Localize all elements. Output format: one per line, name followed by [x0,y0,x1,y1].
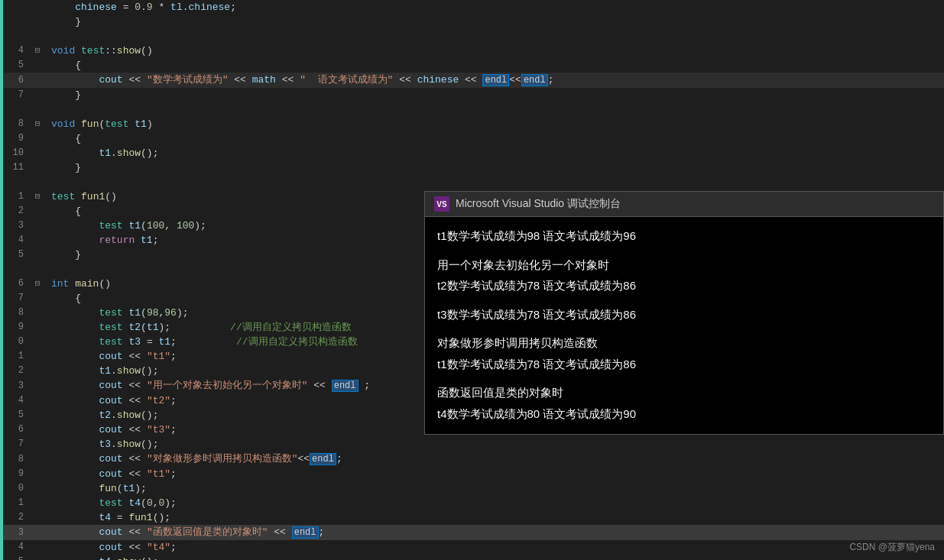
code-content: } [45,160,944,175]
code-content: cout << "t4"; [45,540,944,555]
code-line: 5 t4.show(); [3,555,944,560]
code-content: } [45,88,944,102]
line-number: 11 [3,160,30,175]
line-number: 3 [3,526,30,540]
code-content: t4 = fun1(); [45,510,944,525]
line-number: 3 [3,379,30,393]
code-line: 7 } [3,88,944,102]
line-number: 4 [3,233,30,248]
code-line: } [3,15,944,29]
line-number: 0 [3,335,30,349]
code-line: 0 fun(t1); [3,481,944,496]
code-line: 8 cout << "对象做形参时调用拷贝构造函数"<<endl; [3,452,944,467]
line-number: 2 [3,204,30,218]
console-line [437,375,931,383]
line-number: 2 [3,510,30,525]
code-content: fun(t1); [45,481,944,496]
code-line: 7 t3.show(); [3,437,944,452]
line-number: 0 [3,481,30,496]
line-number: 1 [3,349,30,364]
code-line: 10 t1.show(); [3,146,944,160]
vs-icon-label: VS [436,200,446,209]
line-number: 8 [3,452,30,467]
line-gutter[interactable]: ⊟ [30,189,45,204]
code-content: { [45,58,944,73]
line-number: 8 [3,306,30,320]
line-gutter[interactable]: ⊟ [30,277,45,291]
code-line: 5 { [3,58,944,73]
line-number: 8 [3,117,30,131]
console-line [437,248,931,255]
line-number: 10 [3,146,30,160]
line-number: 5 [3,248,30,262]
vs-icon: VS [434,196,449,212]
line-number: 9 [3,320,30,335]
line-number: 3 [3,218,30,233]
line-number: 1 [3,189,30,204]
console-line [437,325,931,333]
line-number: 9 [3,131,30,146]
code-line: 6 cout << "数学考试成绩为" << math << " 语文考试成绩为… [3,73,944,88]
code-line: 9 { [3,131,944,146]
line-number: 6 [3,277,30,291]
line-number: 6 [3,422,30,437]
code-line [3,29,944,44]
line-number: 4 [3,540,30,555]
code-line: 4 cout << "t4"; [3,540,944,555]
code-line: 4⊟void test::show() [3,44,944,58]
debug-output: t1数学考试成绩为98 语文考试成绩为96用一个对象去初始化另一个对象时t2数学… [425,217,943,434]
line-number: 9 [3,467,30,481]
code-line: 1 test t4(0,0); [3,496,944,510]
line-number: 7 [3,437,30,452]
console-line: 对象做形参时调用拷贝构造函数 [437,333,931,353]
line-gutter[interactable]: ⊟ [30,117,45,131]
code-content: cout << "t1"; [45,467,944,481]
line-number: 5 [3,555,30,560]
code-content: cout << "数学考试成绩为" << math << " 语文考试成绩为" … [45,73,944,88]
code-content: cout << "对象做形参时调用拷贝构造函数"<<endl; [45,452,944,467]
code-content: void fun(test t1) [45,117,944,131]
code-content: } [45,15,944,29]
code-content: t3.show(); [45,437,944,452]
code-content: t1.show(); [45,146,944,160]
console-line: t3数学考试成绩为78 语文考试成绩为86 [437,305,931,325]
code-line: 8⊟void fun(test t1) [3,117,944,131]
code-line: 11 } [3,160,944,175]
code-editor: chinese = 0.9 * tl.chinese; }4⊟void test… [0,0,944,560]
console-line: 用一个对象去初始化另一个对象时 [437,255,931,275]
line-number: 2 [3,364,30,378]
console-line: t2数学考试成绩为78 语文考试成绩为86 [437,276,931,296]
console-line: t1数学考试成绩为98 语文考试成绩为96 [437,226,931,246]
code-content: void test::show() [45,44,944,58]
debug-title-bar: VS Microsoft Visual Studio 调试控制台 [425,192,943,217]
debug-console: VS Microsoft Visual Studio 调试控制台 t1数学考试成… [424,191,944,435]
line-number: 6 [3,73,30,88]
code-line [3,175,944,189]
code-content: t4.show(); [45,555,944,560]
code-line: chinese = 0.9 * tl.chinese; [3,0,944,15]
line-number: 1 [3,496,30,510]
code-line: 9 cout << "t1"; [3,467,944,481]
code-line: 2 t4 = fun1(); [3,510,944,525]
console-line [437,297,931,305]
line-number: 7 [3,291,30,306]
line-number: 4 [3,44,30,58]
watermark: CSDN @菠萝猫yena [849,541,935,554]
code-line: 3 cout << "函数返回值是类的对象时" << endl; [3,525,944,540]
code-content: test t4(0,0); [45,496,944,510]
code-line [3,102,944,117]
line-gutter[interactable]: ⊟ [30,44,45,58]
line-number: 4 [3,393,30,408]
debug-title-text: Microsoft Visual Studio 调试控制台 [456,197,621,211]
line-number: 7 [3,88,30,102]
console-line: 函数返回值是类的对象时 [437,383,931,403]
line-number: 5 [3,408,30,422]
console-line: t4数学考试成绩为80 语文考试成绩为90 [437,404,931,424]
line-number: 5 [3,58,30,73]
console-line: t1数学考试成绩为78 语文考试成绩为86 [437,354,931,374]
code-content: cout << "函数返回值是类的对象时" << endl; [45,525,944,540]
code-content: { [45,131,944,146]
code-content: chinese = 0.9 * tl.chinese; [45,0,944,15]
